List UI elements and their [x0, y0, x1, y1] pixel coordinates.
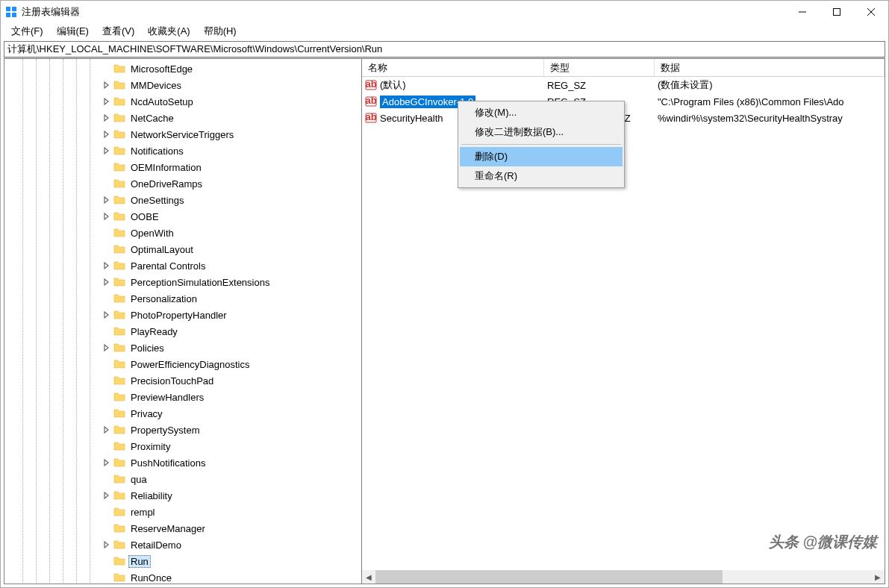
tree-node-label[interactable]: OOBE	[128, 210, 161, 223]
context-menu-item[interactable]: 修改(M)...	[460, 103, 623, 122]
tree-node-label[interactable]: OpenWith	[128, 227, 176, 240]
chevron-right-icon[interactable]	[102, 457, 112, 468]
tree-node[interactable]: RetailDemo	[4, 537, 361, 553]
menu-item[interactable]: 收藏夹(A)	[142, 23, 196, 40]
tree-node[interactable]: MMDevices	[4, 77, 361, 93]
tree-node-label[interactable]: MMDevices	[128, 79, 184, 92]
chevron-right-icon[interactable]	[102, 310, 112, 320]
tree-node[interactable]: OOBE	[4, 208, 361, 225]
column-name[interactable]: 名称	[362, 59, 544, 76]
chevron-right-icon[interactable]	[102, 211, 112, 222]
tree-node-label[interactable]: PreviewHandlers	[128, 391, 206, 404]
tree-node[interactable]: qua	[4, 471, 361, 487]
tree-node[interactable]: NcdAutoSetup	[4, 93, 361, 110]
tree-node[interactable]: PhotoPropertyHandler	[4, 307, 361, 323]
tree-node[interactable]: PowerEfficiencyDiagnostics	[4, 356, 361, 372]
chevron-right-icon[interactable]	[102, 343, 112, 353]
tree-node-label[interactable]: Notifications	[128, 145, 186, 157]
tree-node-label[interactable]: Parental Controls	[128, 260, 208, 272]
tree-node-label[interactable]: rempl	[128, 506, 157, 519]
tree-node-label[interactable]: NetworkServiceTriggers	[128, 128, 236, 141]
tree-node[interactable]: Proximity	[4, 438, 361, 454]
context-menu-item[interactable]: 删除(D)	[460, 147, 623, 166]
maximize-button[interactable]	[820, 1, 854, 23]
tree-node[interactable]: PlayReady	[4, 323, 361, 340]
chevron-right-icon[interactable]	[102, 129, 112, 140]
tree-node-label[interactable]: PhotoPropertyHandler	[128, 309, 229, 322]
chevron-right-icon[interactable]	[102, 260, 112, 271]
tree-node[interactable]: OEMInformation	[4, 159, 361, 175]
scroll-track[interactable]	[375, 570, 871, 584]
context-menu-item[interactable]: 修改二进制数据(B)...	[460, 122, 623, 142]
tree-node[interactable]: MicrosoftEdge	[4, 60, 361, 77]
tree-node-label[interactable]: NetCache	[128, 112, 176, 125]
tree-node[interactable]: Privacy	[4, 405, 361, 422]
tree-node[interactable]: rempl	[4, 504, 361, 520]
tree-node-label[interactable]: MicrosoftEdge	[128, 63, 195, 75]
tree-node[interactable]: Reliability	[4, 487, 361, 504]
tree-node[interactable]: NetCache	[4, 110, 361, 126]
tree-node-label[interactable]: PlayReady	[128, 325, 180, 338]
tree-node-label[interactable]: OEMInformation	[128, 161, 204, 174]
chevron-right-icon[interactable]	[102, 80, 112, 90]
tree-node-label[interactable]: qua	[128, 473, 149, 486]
menu-item[interactable]: 帮助(H)	[198, 23, 243, 40]
tree-node[interactable]: Run	[4, 553, 361, 569]
chevron-right-icon[interactable]	[102, 195, 112, 205]
tree-node-label[interactable]: Reliability	[128, 490, 175, 502]
tree-node[interactable]: ReserveManager	[4, 520, 361, 537]
column-data[interactable]: 数据	[655, 59, 885, 76]
tree-node[interactable]: Policies	[4, 340, 361, 356]
tree-node-label[interactable]: Policies	[128, 342, 166, 354]
menu-item[interactable]: 文件(F)	[5, 23, 49, 40]
chevron-right-icon[interactable]	[102, 277, 112, 287]
tree-node-label[interactable]: Proximity	[128, 440, 172, 453]
tree-node-label[interactable]: Privacy	[128, 407, 165, 420]
tree-node-label[interactable]: OneDriveRamps	[128, 178, 205, 190]
tree-node-label[interactable]: RunOnce	[128, 572, 174, 584]
tree-node[interactable]: Parental Controls	[4, 257, 361, 274]
close-button[interactable]	[854, 1, 888, 23]
tree-node-label[interactable]: ReserveManager	[128, 522, 208, 535]
tree-node[interactable]: OneSettings	[4, 192, 361, 208]
chevron-right-icon[interactable]	[102, 425, 112, 435]
tree-node[interactable]: PushNotifications	[4, 454, 361, 471]
tree-node[interactable]: PerceptionSimulationExtensions	[4, 274, 361, 290]
tree-node-label[interactable]: PropertySystem	[128, 424, 202, 437]
scroll-thumb[interactable]	[375, 570, 723, 584]
tree-node[interactable]: RunOnce	[4, 569, 361, 584]
scroll-right-button[interactable]: ▶	[871, 570, 885, 584]
tree-node-label[interactable]: Personalization	[128, 293, 199, 305]
chevron-right-icon[interactable]	[102, 146, 112, 156]
tree-node-label[interactable]: PushNotifications	[128, 457, 208, 469]
tree-node-label[interactable]: OptimalLayout	[128, 243, 196, 256]
tree-node[interactable]: Notifications	[4, 143, 361, 159]
minimize-button[interactable]	[785, 1, 820, 23]
tree-pane[interactable]: MicrosoftEdgeMMDevicesNcdAutoSetupNetCac…	[4, 58, 362, 584]
values-list[interactable]: ab(默认)REG_SZ(数值未设置)abAdobeGCInvoker-1.0R…	[362, 77, 885, 570]
tree-node-label[interactable]: PrecisionTouchPad	[128, 375, 216, 387]
menu-item[interactable]: 编辑(E)	[51, 23, 95, 40]
chevron-right-icon[interactable]	[102, 539, 112, 550]
tree-node-label[interactable]: RetailDemo	[128, 539, 184, 551]
chevron-right-icon[interactable]	[102, 490, 112, 501]
tree-node[interactable]: OpenWith	[4, 225, 361, 241]
tree-node[interactable]: OptimalLayout	[4, 241, 361, 257]
chevron-right-icon[interactable]	[102, 113, 112, 123]
address-bar[interactable]: 计算机\HKEY_LOCAL_MACHINE\SOFTWARE\Microsof…	[4, 41, 885, 57]
tree-node[interactable]: PreviewHandlers	[4, 389, 361, 405]
scroll-left-button[interactable]: ◀	[362, 570, 375, 584]
tree-node[interactable]: OneDriveRamps	[4, 175, 361, 192]
tree-node-label[interactable]: Run	[128, 555, 151, 568]
horizontal-scrollbar[interactable]: ◀ ▶	[362, 570, 885, 584]
tree-node[interactable]: PrecisionTouchPad	[4, 372, 361, 389]
value-row[interactable]: ab(默认)REG_SZ(数值未设置)	[362, 77, 885, 93]
context-menu-item[interactable]: 重命名(R)	[460, 166, 623, 186]
tree-node[interactable]: NetworkServiceTriggers	[4, 126, 361, 143]
menu-item[interactable]: 查看(V)	[96, 23, 140, 40]
tree-node-label[interactable]: NcdAutoSetup	[128, 96, 196, 108]
tree-node[interactable]: Personalization	[4, 290, 361, 307]
tree-node-label[interactable]: PerceptionSimulationExtensions	[128, 276, 272, 289]
tree-node[interactable]: PropertySystem	[4, 422, 361, 438]
chevron-right-icon[interactable]	[102, 96, 112, 107]
